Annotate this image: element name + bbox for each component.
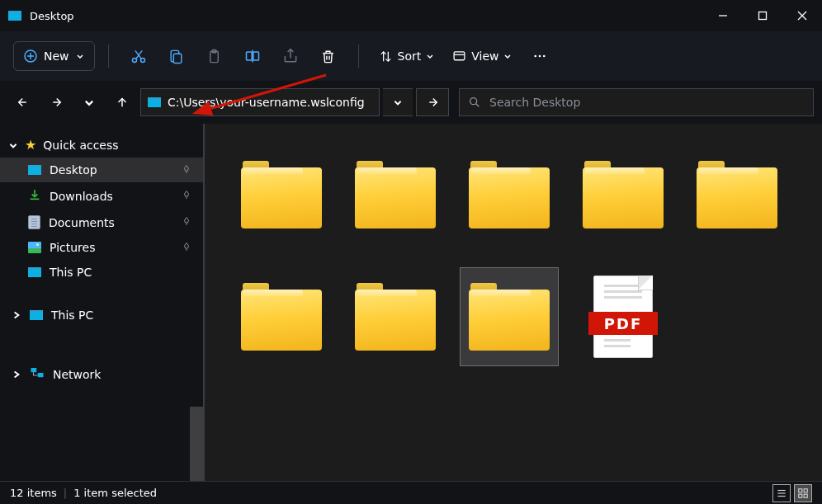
quick-access-label: Quick access (43, 139, 118, 152)
sidebar-item-label: This PC (50, 266, 92, 279)
file-item-pdf[interactable]: PDF (574, 267, 673, 366)
file-item-folder[interactable] (232, 267, 331, 366)
sidebar-item-documents[interactable]: Documents (0, 210, 203, 235)
svg-line-24 (476, 104, 480, 107)
folder-icon (583, 161, 664, 228)
file-item-folder[interactable] (232, 145, 331, 244)
monitor-icon (28, 267, 41, 277)
sidebar-item-label: Desktop (50, 163, 97, 177)
sidebar-item-thispc[interactable]: This PC (0, 260, 203, 285)
svg-rect-31 (799, 488, 802, 492)
search-input[interactable] (489, 96, 805, 109)
pdf-icon: PDF (588, 276, 658, 358)
recent-locations-button[interactable] (74, 87, 104, 117)
pin-icon (182, 164, 191, 177)
forward-button[interactable] (41, 87, 71, 117)
file-item-folder[interactable] (574, 145, 673, 244)
window-icon (8, 11, 21, 21)
pin-icon (182, 190, 191, 202)
monitor-icon (30, 310, 43, 320)
svg-point-22 (543, 55, 546, 58)
search-box[interactable] (459, 88, 814, 116)
items-view[interactable]: PDF (205, 124, 822, 481)
minimize-button[interactable] (703, 0, 743, 31)
more-button[interactable] (523, 40, 556, 73)
svg-rect-15 (253, 52, 258, 60)
svg-point-23 (470, 98, 477, 105)
copy-button[interactable] (160, 40, 193, 73)
network-icon (30, 366, 45, 382)
quick-access-header[interactable]: ★ Quick access (0, 132, 203, 158)
address-history-button[interactable] (383, 88, 413, 116)
title-bar: Desktop (0, 0, 822, 31)
folder-icon (469, 283, 550, 351)
sidebar-group-thispc[interactable]: This PC (0, 303, 203, 327)
sidebar-item-label: Documents (49, 216, 115, 229)
address-go-button[interactable] (416, 88, 449, 116)
sidebar-item-label: Pictures (50, 241, 95, 254)
sidebar-item-label: Downloads (50, 190, 113, 203)
separator (358, 45, 359, 68)
file-item-folder[interactable] (460, 145, 559, 244)
back-button[interactable] (8, 87, 38, 117)
star-icon: ★ (25, 137, 36, 153)
share-button[interactable] (274, 40, 307, 73)
close-button[interactable] (782, 0, 822, 31)
status-bar: 12 items | 1 item selected (0, 481, 822, 504)
sidebar-scrollbar[interactable] (190, 407, 203, 481)
file-item-folder[interactable] (346, 267, 445, 366)
chevron-right-icon (12, 310, 21, 320)
delete-button[interactable] (312, 40, 345, 73)
new-button[interactable]: New (13, 41, 95, 71)
folder-icon (241, 161, 322, 228)
downloads-icon (28, 188, 41, 204)
sort-button-label: Sort (398, 49, 422, 63)
sidebar-item-desktop[interactable]: Desktop (0, 158, 203, 182)
status-item-count: 12 items (10, 487, 57, 499)
pin-icon (182, 242, 191, 254)
rename-button[interactable] (236, 40, 269, 73)
cut-button[interactable] (122, 40, 155, 73)
separator (108, 45, 109, 68)
svg-point-20 (535, 55, 537, 58)
paste-button[interactable] (198, 40, 231, 73)
details-view-toggle[interactable] (772, 484, 791, 502)
sort-button[interactable]: Sort (372, 40, 442, 73)
pictures-icon (28, 242, 41, 253)
svg-rect-18 (454, 51, 465, 59)
pin-icon (182, 216, 191, 228)
view-button-label: View (471, 49, 498, 63)
chevron-down-icon (8, 140, 18, 150)
view-button[interactable]: View (446, 40, 518, 73)
file-item-folder[interactable] (460, 267, 559, 366)
search-icon (468, 96, 481, 109)
command-bar: New Sort View (0, 31, 822, 81)
documents-icon (28, 215, 40, 229)
svg-rect-11 (173, 54, 182, 63)
sidebar-item-downloads[interactable]: Downloads (0, 182, 203, 210)
file-item-folder[interactable] (346, 145, 445, 244)
address-bar[interactable]: C:\Users\your-username.wslconfig (140, 88, 380, 116)
svg-rect-25 (31, 368, 37, 372)
address-text: C:\Users\your-username.wslconfig (168, 96, 365, 109)
address-icon (148, 97, 161, 107)
desktop-icon (28, 165, 41, 175)
thumbnails-view-toggle[interactable] (794, 484, 812, 502)
svg-point-21 (539, 55, 541, 58)
file-item-folder[interactable] (687, 145, 787, 244)
sidebar-group-network[interactable]: Network (0, 360, 203, 388)
svg-rect-26 (38, 373, 44, 377)
svg-rect-33 (799, 494, 802, 497)
folder-icon (355, 161, 436, 228)
new-button-label: New (44, 49, 69, 63)
folder-icon (469, 161, 550, 228)
folder-icon (241, 283, 322, 351)
nav-bar: C:\Users\your-username.wslconfig (0, 81, 822, 124)
folder-icon (355, 283, 436, 351)
sidebar-group-label: This PC (51, 309, 93, 322)
maximize-button[interactable] (743, 0, 782, 31)
svg-rect-14 (246, 52, 252, 60)
sidebar-item-pictures[interactable]: Pictures (0, 235, 203, 260)
up-button[interactable] (107, 87, 137, 117)
svg-rect-1 (759, 12, 767, 20)
